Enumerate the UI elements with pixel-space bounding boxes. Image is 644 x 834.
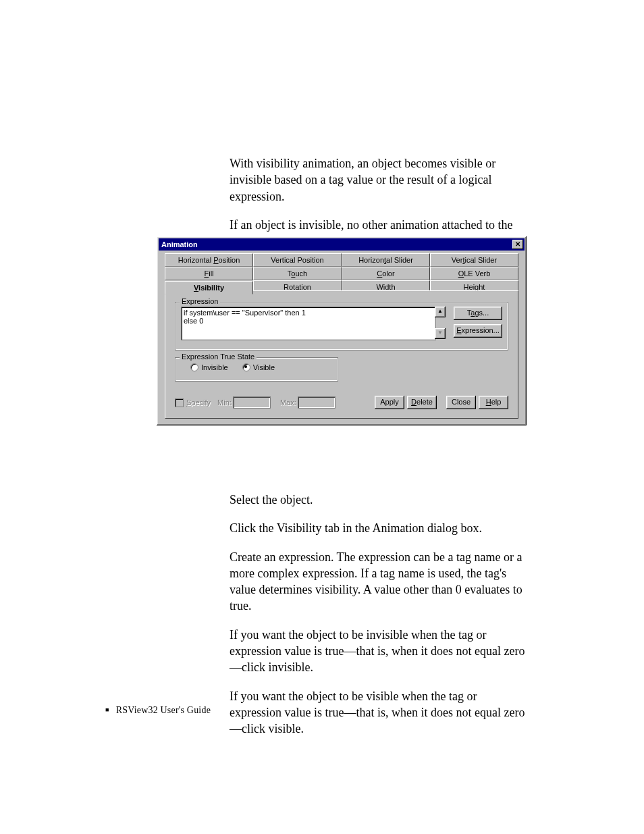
close-button[interactable]: Close <box>446 396 476 409</box>
step-1: Select the object. <box>230 492 527 508</box>
animation-dialog: Animation ✕ Horizontal Position Vertical… <box>157 236 527 425</box>
radio-visible[interactable]: Visible <box>242 363 275 371</box>
tab-horizontal-slider[interactable]: Horizontal Slider <box>342 253 430 267</box>
specify-label: Specify <box>186 398 211 407</box>
tab-ole-verb[interactable]: OLE Verb <box>430 267 518 280</box>
dialog-bottom-row: Specify Min: Max: Apply Delete Close Hel… <box>175 395 508 410</box>
max-input <box>298 396 336 409</box>
help-button[interactable]: Help <box>479 396 508 409</box>
tab-fill[interactable]: Fill <box>165 267 253 280</box>
tab-vertical-position[interactable]: Vertical Position <box>253 253 342 267</box>
radio-visible-label: Visible <box>253 363 275 371</box>
step-4: If you want the object to be invisible w… <box>230 627 527 676</box>
group-expression-legend: Expression <box>180 297 220 305</box>
intro-paragraph-1: With visibility animation, an object bec… <box>230 155 527 205</box>
tab-horizontal-position[interactable]: Horizontal Position <box>165 253 253 267</box>
scroll-up-icon[interactable]: ▲ <box>435 307 446 317</box>
expression-textarea[interactable]: if system\user == "Supervisor" then 1 el… <box>181 307 436 340</box>
radio-invisible-label: Invisible <box>201 363 228 371</box>
dialog-panel: Expression if system\user == "Supervisor… <box>165 290 518 419</box>
tab-touch[interactable]: Touch <box>253 267 342 280</box>
apply-button[interactable]: Apply <box>375 396 404 409</box>
step-5: If you want the object to be visible whe… <box>230 688 527 737</box>
delete-button[interactable]: Delete <box>407 396 437 409</box>
page: With visibility animation, an object bec… <box>0 0 644 834</box>
step-3: Create an expression. The expression can… <box>230 549 527 615</box>
tab-visibility[interactable]: Visibility <box>165 281 253 294</box>
group-true-state-legend: Expression True State <box>180 353 257 361</box>
dialog-title: Animation <box>161 238 198 251</box>
tab-vertical-slider[interactable]: Vertical Slider <box>430 253 518 267</box>
scroll-down-icon[interactable]: ▼ <box>435 328 446 339</box>
footer-bullet-icon: ■ <box>105 706 109 713</box>
group-true-state: Expression True State Invisible Visible <box>175 357 338 382</box>
expression-button[interactable]: Expression... <box>454 324 502 338</box>
tab-strip: Horizontal Position Vertical Position Ho… <box>165 253 518 294</box>
steps-block: Select the object. Click the Visibility … <box>230 492 527 750</box>
radio-invisible[interactable]: Invisible <box>190 363 228 371</box>
group-expression: Expression if system\user == "Supervisor… <box>175 302 508 350</box>
tags-button[interactable]: Tags... <box>454 307 502 320</box>
close-icon[interactable]: ✕ <box>512 240 523 249</box>
footer-text: RSView32 User's Guide <box>116 705 211 715</box>
step-2: Click the Visibility tab in the Animatio… <box>230 520 527 536</box>
specify-checkbox <box>175 398 184 407</box>
page-footer: ■RSView32 User's Guide <box>105 705 211 716</box>
max-label: Max: <box>280 398 296 407</box>
tab-color[interactable]: Color <box>342 267 430 280</box>
min-label: Min: <box>217 398 232 407</box>
dialog-titlebar: Animation ✕ <box>159 238 525 251</box>
min-input <box>233 396 271 409</box>
